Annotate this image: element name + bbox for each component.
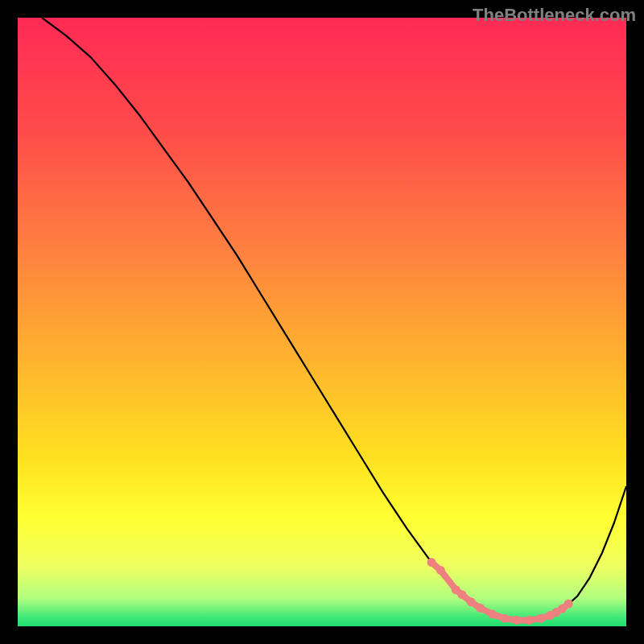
plot-area: [18, 18, 626, 626]
highlight-point: [564, 600, 573, 609]
highlight-point: [427, 558, 436, 567]
watermark-text: TheBottleneck.com: [473, 5, 636, 26]
highlight-point: [467, 597, 476, 606]
chart-svg: [18, 18, 626, 626]
highlight-point: [488, 609, 497, 618]
gradient-background: [18, 18, 626, 626]
highlight-point: [512, 616, 521, 625]
highlight-point: [436, 566, 445, 575]
highlight-point: [457, 590, 466, 599]
highlight-point: [500, 614, 509, 623]
chart-container: TheBottleneck.com: [0, 0, 644, 644]
highlight-point: [476, 604, 485, 613]
highlight-point: [537, 614, 546, 623]
highlight-point: [525, 616, 534, 625]
